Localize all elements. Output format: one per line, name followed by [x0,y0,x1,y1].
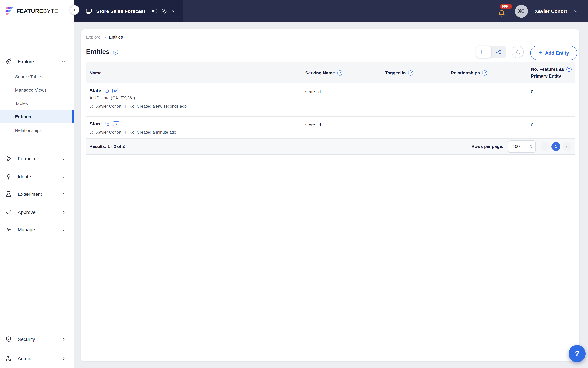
search-icon [515,49,520,55]
collapse-sidebar-button[interactable] [70,5,79,15]
chevron-down-icon [61,59,66,64]
relationships-cell: - [449,83,529,94]
sidebar-item-relationships[interactable]: Relationships [0,124,74,137]
table-view-toggle[interactable] [476,46,491,58]
add-entity-button[interactable]: + Add Entity [530,46,577,60]
gear-icon[interactable] [161,8,168,14]
features-count-cell: 0 [529,83,575,94]
sidebar-item-tables[interactable]: Tables [0,97,74,110]
main-panel: Explore > Entities Entities ? + [81,29,579,361]
chevron-right-icon [62,175,66,179]
help-icon[interactable]: ? [113,49,118,55]
chevron-down-icon[interactable] [172,9,176,13]
share-icon[interactable] [151,8,157,14]
help-icon[interactable]: ? [408,70,413,75]
head-gear-icon [5,155,12,162]
sidebar-item-source-tables[interactable]: Source Tables [0,70,74,83]
entity-name[interactable]: State [89,88,101,93]
help-icon[interactable]: ? [482,70,487,75]
tagged-in-cell: - [383,83,449,94]
graph-view-toggle[interactable] [491,46,506,58]
help-icon[interactable]: ? [567,67,572,72]
notifications-button[interactable]: 999+ [497,4,508,18]
sidebar-divider [0,330,74,331]
sidebar-item-manage[interactable]: Manage [0,223,74,236]
chevron-right-icon [62,192,66,196]
flask-icon [5,191,12,197]
previous-page-button[interactable]: ‹ [541,142,549,151]
graph-view-icon [496,49,502,55]
serving-name-cell: store_id [303,117,383,128]
sidebar-item-experiment[interactable]: Experiment [0,188,74,201]
sidebar: FEATUREBYTE Explore Source Tables Manage… [0,0,74,368]
table-row[interactable]: Store ID Xavier Conort | Created a minut… [86,117,575,139]
column-header-name: Name [86,70,303,75]
featurebyte-logo-icon [5,6,14,16]
column-header-features: No. Features as ? Primary Entity [529,66,575,80]
sidebar-item-ideate[interactable]: Ideate [0,170,74,183]
pager: ‹ 1 › [541,142,571,151]
meta-separator: | [125,130,126,135]
catalog-name: Store Sales Forecast [96,8,145,14]
entity-description: A US state (CA, TX, WI) [89,96,303,101]
spinner-icon [529,144,533,149]
sidebar-item-entities[interactable]: Entities [0,110,74,123]
next-page-button[interactable]: › [562,142,571,151]
help-icon[interactable]: ? [337,70,342,75]
sidebar-item-security[interactable]: Security [0,333,74,346]
logo[interactable]: FEATUREBYTE [0,0,74,22]
user-menu-chevron-icon[interactable] [573,9,579,14]
help-fab-button[interactable]: ? [569,345,586,362]
app-root: Store Sales Forecast 999+ XC Xavier Cono… [0,0,588,368]
user-icon [89,104,94,109]
relationships-cell: - [449,117,529,128]
check-icon [5,209,12,216]
breadcrumb-parent[interactable]: Explore [86,35,101,40]
breadcrumb-current: Entities [109,35,123,40]
chevron-right-icon [62,227,66,232]
view-toggle [476,46,506,58]
owner-name: Xavier Conort [96,104,121,109]
user-search-icon [5,355,12,362]
rows-per-page-select[interactable]: 100 [508,140,536,153]
plus-icon: + [538,50,542,56]
rows-per-page-label: Rows per page: [472,144,503,149]
sidebar-item-admin[interactable]: Admin [0,352,74,365]
monitor-icon [85,8,92,15]
id-badge-icon[interactable]: ID [112,88,118,93]
sidebar-item-formulate[interactable]: Formulate [0,152,74,165]
top-bar: Store Sales Forecast 999+ XC Xavier Cono… [74,0,588,22]
table-view-icon [481,49,487,55]
top-bar-right: 999+ XC Xavier Conort [183,0,588,22]
notification-badge: 999+ [500,4,512,9]
entity-name-cell: State ID A US state (CA, TX, WI) Xavier … [86,83,303,109]
title-row: Entities ? + Add Entity [86,46,574,60]
entity-meta: Xavier Conort | Created a few seconds ag… [89,104,303,109]
sidebar-item-explore[interactable]: Explore [0,55,74,68]
table-row[interactable]: State ID A US state (CA, TX, WI) Xavier … [86,83,575,117]
sidebar-item-approve[interactable]: Approve [0,206,74,219]
entity-name-cell: Store ID Xavier Conort | Created a minut… [86,117,303,135]
chevron-right-icon [62,210,66,214]
page-title: Entities ? [86,48,118,56]
telescope-icon [5,58,12,65]
activity-icon [5,226,12,233]
results-count: Results: 1 - 2 of 2 [89,144,125,149]
page-number-button[interactable]: 1 [552,142,560,151]
created-time: Created a few seconds ago [137,104,187,109]
sidebar-item-managed-views[interactable]: Managed Views [0,83,74,97]
features-count-cell: 0 [529,117,575,128]
pagination-controls: Rows per page: 100 ‹ 1 › [472,140,571,153]
clock-icon [130,104,134,109]
copy-icon[interactable] [104,88,109,93]
column-header-tagged-in: Tagged In ? [383,70,449,75]
table-footer: Results: 1 - 2 of 2 Rows per page: 100 ‹… [86,139,575,155]
entity-name[interactable]: Store [89,121,102,126]
search-button[interactable] [511,46,524,58]
breadcrumb: Explore > Entities [86,35,123,40]
avatar[interactable]: XC [515,5,528,18]
id-badge-icon[interactable]: ID [113,121,119,126]
copy-icon[interactable] [105,121,110,126]
created-time: Created a minute ago [137,130,176,135]
catalog-switcher[interactable]: Store Sales Forecast [74,0,183,22]
